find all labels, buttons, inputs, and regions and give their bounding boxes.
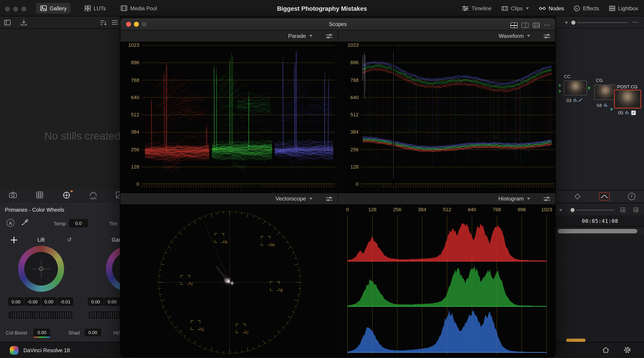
app-name: DaVinci Resolve 18 xyxy=(24,347,70,353)
lift-red-value[interactable]: 0.00 xyxy=(8,298,24,306)
timeline-scrollbar-thumb[interactable] xyxy=(558,229,637,233)
scale-label: 384 xyxy=(131,130,139,135)
zoom-dropdown-chevron[interactable] xyxy=(559,209,562,211)
node-05-enabled-checkbox[interactable]: ✓ xyxy=(632,110,636,115)
timeline-zoom-slider[interactable] xyxy=(576,210,614,211)
waveform-dropdown[interactable]: Waveform xyxy=(499,33,524,39)
lift-master-value[interactable]: -0.01 xyxy=(58,298,73,306)
node-03-thumbnail[interactable] xyxy=(564,81,587,95)
lift-color-wheel[interactable] xyxy=(18,246,64,292)
tab-timeline[interactable]: Timeline xyxy=(462,5,492,12)
lift-wheel-handle[interactable] xyxy=(39,267,43,271)
tab-media-pool[interactable]: Media Pool xyxy=(117,3,161,14)
chevron-down-icon[interactable] xyxy=(309,35,312,37)
timecode: 00:05:41:08 xyxy=(582,218,618,224)
vectorscope-dropdown[interactable]: Vectorscope xyxy=(276,196,306,202)
gallery-menu-icon[interactable] xyxy=(112,20,118,25)
tab-lightbox[interactable]: Lightbox xyxy=(609,5,638,12)
node-04-tools-icon xyxy=(604,103,608,107)
tint-label: Tint xyxy=(109,221,118,226)
scale-label: 896 xyxy=(131,60,139,65)
parade-dropdown[interactable]: Parade xyxy=(288,33,306,39)
lift-reset-icon[interactable]: ↺ xyxy=(67,236,72,243)
lift-master-wheel[interactable] xyxy=(8,311,73,318)
hi-label: Hi/Light xyxy=(113,330,120,336)
auto-balance-button[interactable]: A xyxy=(6,219,14,227)
scope-wave-icon xyxy=(601,194,608,199)
settings-gear-icon[interactable] xyxy=(624,346,631,354)
viewer-more-icon[interactable]: ⋯ xyxy=(632,19,639,26)
chevron-down-icon[interactable] xyxy=(527,35,530,37)
tab-gallery[interactable]: Gallery xyxy=(36,3,71,14)
col-boost-value[interactable]: 0.00 xyxy=(34,329,50,336)
close-window-icon[interactable] xyxy=(5,7,10,12)
home-icon[interactable] xyxy=(602,346,610,353)
gamma-color-wheel[interactable] xyxy=(106,246,120,292)
scopes-more-icon[interactable]: ⋯ xyxy=(544,22,550,29)
shad-value[interactable]: 0.00 xyxy=(84,329,101,336)
vectorscope-canvas xyxy=(120,205,338,357)
panel-toggle-icon[interactable] xyxy=(4,20,10,26)
chevron-down-icon[interactable] xyxy=(527,198,530,200)
layout-four-up-icon-active[interactable] xyxy=(510,22,518,28)
tab-clips[interactable]: Clips xyxy=(501,5,529,12)
gamma-master-wheel[interactable] xyxy=(88,311,120,318)
zoom-window-icon[interactable] xyxy=(22,7,26,12)
scopes-window[interactable]: Scopes ⋯ Parade Waveform Vectorscope xyxy=(120,18,555,357)
hdr-palette-icon[interactable]: HDR xyxy=(90,190,97,200)
camera-raw-icon[interactable] xyxy=(9,192,17,198)
gamma-green-value[interactable]: 0.00 xyxy=(104,298,120,306)
color-wheels-icon[interactable] xyxy=(63,192,70,199)
clips-icon xyxy=(501,6,508,11)
scale-label: 512 xyxy=(350,112,359,117)
zoom-icon[interactable] xyxy=(142,22,147,27)
node-04-number: 04 xyxy=(597,103,602,108)
curves-icon[interactable] xyxy=(116,192,120,198)
viewer-zoom-slider-handle[interactable] xyxy=(571,21,575,25)
minimize-icon[interactable] xyxy=(134,22,139,27)
minimize-window-icon[interactable] xyxy=(13,7,18,12)
temp-value[interactable]: 0.0 xyxy=(69,219,88,227)
tab-effects[interactable]: fx Effects xyxy=(574,5,599,12)
timeline-zoom-handle[interactable] xyxy=(570,208,574,212)
grab-still-icon[interactable] xyxy=(20,19,27,26)
tab-nodes[interactable]: Nodes xyxy=(539,5,564,12)
node-graph[interactable]: CC 03 CG 04 POST CG 05 ✓ xyxy=(556,29,644,190)
layout-two-up-icon[interactable] xyxy=(522,22,528,28)
vectorscope-settings-icon[interactable] xyxy=(326,196,333,201)
timeline-scrollbar[interactable] xyxy=(557,228,638,234)
lift-blue-value[interactable]: 0.00 xyxy=(41,298,57,306)
keyframes-icon[interactable] xyxy=(574,194,580,199)
parade-scale-labels: 10238967686405123842561280 xyxy=(120,42,142,193)
gallery-stills-area[interactable]: No stills created xyxy=(0,29,120,189)
sort-icon[interactable] xyxy=(100,20,107,26)
color-match-icon[interactable] xyxy=(36,192,43,198)
lift-green-value[interactable]: -0.00 xyxy=(24,298,40,306)
scale-label: 512 xyxy=(131,112,139,117)
tab-luts[interactable]: LUTs xyxy=(80,3,110,14)
window-controls[interactable] xyxy=(5,6,30,13)
scopes-window-title: Scopes xyxy=(329,21,347,27)
viewer-zoom-slider[interactable] xyxy=(577,22,628,23)
histogram-settings-icon[interactable] xyxy=(544,196,550,201)
zoom-fit-icon[interactable] xyxy=(620,208,625,212)
picker-eyedropper-icon[interactable] xyxy=(22,219,29,226)
scopes-window-titlebar[interactable]: Scopes xyxy=(120,18,555,31)
node-04-thumbnail[interactable] xyxy=(594,85,616,100)
info-icon[interactable]: i xyxy=(628,193,635,200)
mini-timeline-area[interactable] xyxy=(556,235,644,342)
gamma-red-value[interactable]: 0.00 xyxy=(88,298,104,306)
parade-settings-icon[interactable] xyxy=(326,34,333,39)
zoom-full-icon[interactable] xyxy=(634,208,638,212)
monitor-toolbar: i xyxy=(556,190,644,203)
waveform-settings-icon[interactable] xyxy=(544,34,550,39)
close-icon[interactable] xyxy=(126,22,131,27)
histogram-dropdown[interactable]: Histogram xyxy=(498,196,524,202)
layout-grid-icon[interactable] xyxy=(533,22,540,28)
viewer-dropdown-chevron[interactable] xyxy=(565,22,568,24)
chevron-down-icon[interactable] xyxy=(309,198,312,200)
temp-label: Temp xyxy=(54,221,66,226)
scopes-toggle-button-active[interactable] xyxy=(599,192,610,201)
node-03-number: 03 xyxy=(566,98,572,103)
node-05-thumbnail-selected[interactable] xyxy=(614,90,641,108)
